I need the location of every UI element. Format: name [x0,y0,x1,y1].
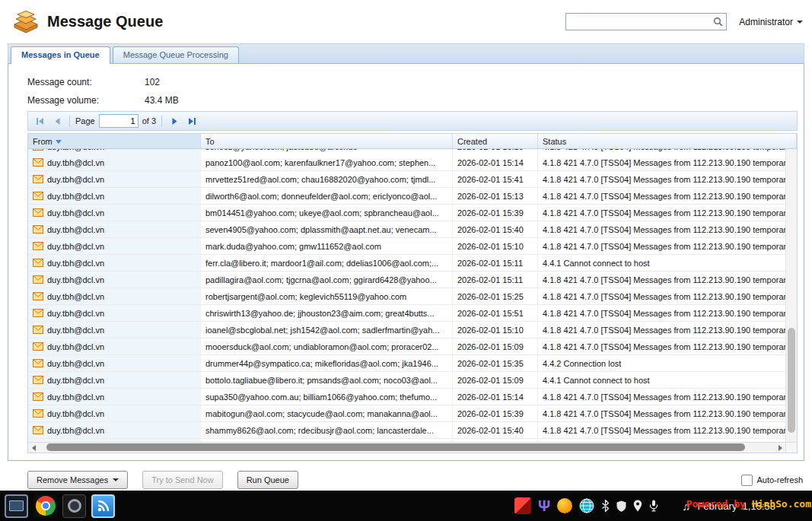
queue-row[interactable]: duy.tbh@dcl.vn shammy8626@aol.com; rdeci… [28,422,786,439]
tab-messages-in-queue[interactable]: Messages in Queue [11,46,110,64]
horizontal-scrollbar-thumb[interactable] [46,443,746,451]
app-header: Message Queue Administrator [0,0,812,43]
vertical-scrollbar-thumb[interactable] [788,328,795,434]
to-value: robertjsargent@aol.com; keglevich55119@y… [205,292,406,301]
header-right: Administrator [565,13,803,30]
table-body: duy.tbh@dcl.vn senoez@yahoo.com; jaetebb… [28,149,797,442]
content-box: Message count: 102 Message volume: 43.4 … [8,63,804,461]
orange-app-icon[interactable] [557,498,572,513]
rss-reader-icon[interactable] [91,494,115,518]
cell-from: duy.tbh@dcl.vn [28,288,201,304]
first-page-button[interactable] [33,114,46,128]
queue-row[interactable]: duy.tbh@dcl.vn bm014451@yahoo.com; ukeye… [28,205,786,221]
queue-row[interactable]: duy.tbh@dcl.vn mark.duda@yahoo.com; gmw1… [28,238,786,255]
cell-to: chriswirth13@yahoo.de; jjhouston23@aim.c… [201,305,453,321]
queue-row[interactable]: duy.tbh@dcl.vn ioanel@sbcglobal.net; jsh… [28,322,786,338]
status-value: 4.4.1 Cannot connect to host [543,259,650,268]
cell-to: ferr.cla@libero.it; mardoor1@ail.com; dd… [201,255,453,271]
column-header-status[interactable]: Status [538,134,797,148]
envelope-icon [33,208,43,217]
cell-to: shammy8626@aol.com; rdecibusjr@aol.com; … [201,422,453,438]
queue-row[interactable]: duy.tbh@dcl.vn mrvettez51red@aol.com; ch… [28,171,786,188]
auto-refresh-control: Auto-refresh [741,475,803,486]
page-number-input[interactable] [99,114,139,128]
queue-row[interactable]: duy.tbh@dcl.vn robertjsargent@aol.com; k… [28,288,786,305]
created-value: 2026-02-01 15:10 [457,242,524,251]
cell-status: 4.1.8 421 4.7.0 [TSS04] Messages from 11… [538,238,786,254]
queue-row[interactable]: duy.tbh@dcl.vn mooersduck@aol.com; undia… [28,338,786,355]
horizontal-scrollbar[interactable] [28,442,797,453]
last-page-button[interactable] [185,114,199,128]
cell-created: 2026-02-01 15:14 [453,389,538,405]
scroll-left-icon[interactable] [28,443,39,453]
envelope-icon [33,275,43,284]
queue-row[interactable]: duy.tbh@dcl.vn mtbo@ymail.com; arthammer… [28,439,786,442]
cell-to: drummer44p@sympatico.ca; mikefloridas@ao… [201,355,453,371]
watermark: Powered by HinhSo.com [651,487,811,521]
cell-from: duy.tbh@dcl.vn [28,422,201,438]
queue-row[interactable]: duy.tbh@dcl.vn senoez@yahoo.com; jaetebb… [28,149,786,154]
cell-from: duy.tbh@dcl.vn [28,188,201,204]
run-queue-button[interactable]: Run Queue [237,471,298,489]
column-header-created[interactable]: Created [453,134,538,148]
queue-row[interactable]: duy.tbh@dcl.vn padillagira@aol.com; tjgc… [28,272,786,288]
cell-status: 4.1.8 421 4.7.0 [TSS04] Messages from 11… [538,205,786,221]
column-header-to-label: To [205,137,215,146]
chrome-browser-icon[interactable] [33,494,57,518]
page-title: Message Queue [47,13,163,30]
search-box[interactable] [565,13,727,30]
queue-row[interactable]: duy.tbh@dcl.vn panoz100@aol.com; karenfa… [28,154,786,171]
psi-messenger-icon[interactable]: Ψ [538,498,550,513]
cell-created: 2026-02-01 15:09 [453,372,538,388]
cell-status: 4.1.8 421 4.7.0 [TSS04] Messages from 11… [538,389,786,405]
cell-created: 2026-02-01 15:09 [453,338,538,354]
remove-messages-button[interactable]: Remove Messages [27,471,128,489]
auto-refresh-checkbox[interactable] [741,475,753,486]
media-player-icon[interactable] [62,494,86,518]
to-value: ferr.cla@libero.it; mardoor1@ail.com; dd… [205,259,438,268]
to-value: mooersduck@aol.com; undiabloramon@aol.co… [205,342,439,351]
column-header-from[interactable]: From [28,134,201,148]
queue-row[interactable]: duy.tbh@dcl.vn seven4905@yahoo.com; dpla… [28,221,786,238]
status-value: 4.1.8 421 4.7.0 [TSS04] Messages from 11… [543,275,786,284]
cell-status: 4.1.8 421 4.7.0 [TSS04] Messages from 11… [538,171,786,187]
to-value: mrvettez51red@aol.com; chau16882020@yaho… [205,175,435,184]
queue-row[interactable]: duy.tbh@dcl.vn dilworth6@aol.com; donneu… [28,188,786,205]
queue-row[interactable]: duy.tbh@dcl.vn chriswirth13@yahoo.de; jj… [28,305,786,322]
try-to-send-now-button[interactable]: Try to Send Now [142,471,223,489]
queue-rows: duy.tbh@dcl.vn panoz100@aol.com; karenfa… [28,154,786,442]
status-value: 4.1.8 421 4.7.0 [TSS04] Messages from 11… [543,326,786,335]
admin-menu[interactable]: Administrator [739,17,803,27]
queue-row[interactable]: duy.tbh@dcl.vn bottolo.tagliabue@libero.… [28,372,786,389]
next-page-button[interactable] [167,114,181,128]
queue-row[interactable]: duy.tbh@dcl.vn drummer44p@sympatico.ca; … [28,355,786,372]
column-header-to[interactable]: To [201,134,453,148]
search-icon[interactable] [713,17,723,27]
queue-row[interactable]: duy.tbh@dcl.vn mabitogun@aol.com; stacyc… [28,405,786,422]
column-header-created-label: Created [457,137,487,146]
tab-message-queue-processing[interactable]: Message Queue Processing [113,46,239,63]
queue-row[interactable]: duy.tbh@dcl.vn supa350@yahoo.com.au; bil… [28,389,786,405]
cell-from: duy.tbh@dcl.vn [28,305,201,321]
cell-to: supa350@yahoo.com.au; billiam1066@yahoo.… [201,389,453,405]
red-app-icon[interactable] [514,497,531,514]
created-value: 2026-02-01 15:35 [457,359,524,368]
previous-page-button[interactable] [50,114,64,128]
cell-to: mtbo@ymail.com; arthammer90@yahoo.com; d… [201,439,453,442]
monitor-app-icon[interactable] [5,494,28,518]
bluetooth-icon[interactable] [601,500,610,512]
scroll-right-icon[interactable] [775,443,785,453]
queue-row[interactable]: duy.tbh@dcl.vn ferr.cla@libero.it; mardo… [28,255,786,272]
created-value: 2026-02-01 15:14 [457,158,524,167]
shield-icon[interactable] [616,500,626,512]
vertical-scrollbar[interactable] [785,149,797,442]
cell-to: seven4905@yahoo.com; dplassmith@aapt.net… [201,221,453,237]
horizontal-scrollbar-track[interactable] [39,443,775,453]
globe-icon[interactable] [579,498,594,513]
from-value: duy.tbh@dcl.vn [47,326,104,335]
location-pin-icon[interactable] [633,500,642,512]
created-value: 2026-02-01 15:11 [457,259,523,268]
run-queue-label: Run Queue [247,475,289,484]
search-input[interactable] [569,15,713,28]
cell-from: duy.tbh@dcl.vn [28,221,201,237]
